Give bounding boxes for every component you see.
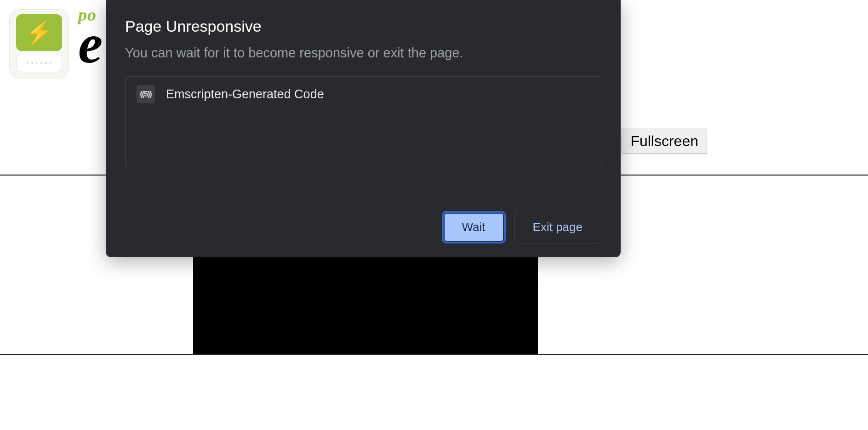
dialog-title: Page Unresponsive xyxy=(125,17,601,35)
favicon-icon: ((5)) xyxy=(137,85,155,103)
dialog-button-row: Wait Exit page xyxy=(125,199,601,243)
unresponsive-pages-list: ((5)) Emscripten-Generated Code xyxy=(125,76,601,168)
page-unresponsive-dialog: Page Unresponsive You can wait for it to… xyxy=(106,0,621,257)
wait-button[interactable]: Wait xyxy=(442,211,506,243)
dialog-backdrop: Page Unresponsive You can wait for it to… xyxy=(0,0,868,430)
page-label: Emscripten-Generated Code xyxy=(166,87,324,102)
exit-page-button[interactable]: Exit page xyxy=(514,211,601,243)
list-item: ((5)) Emscripten-Generated Code xyxy=(137,85,590,103)
dialog-subtitle: You can wait for it to become responsive… xyxy=(125,45,601,61)
